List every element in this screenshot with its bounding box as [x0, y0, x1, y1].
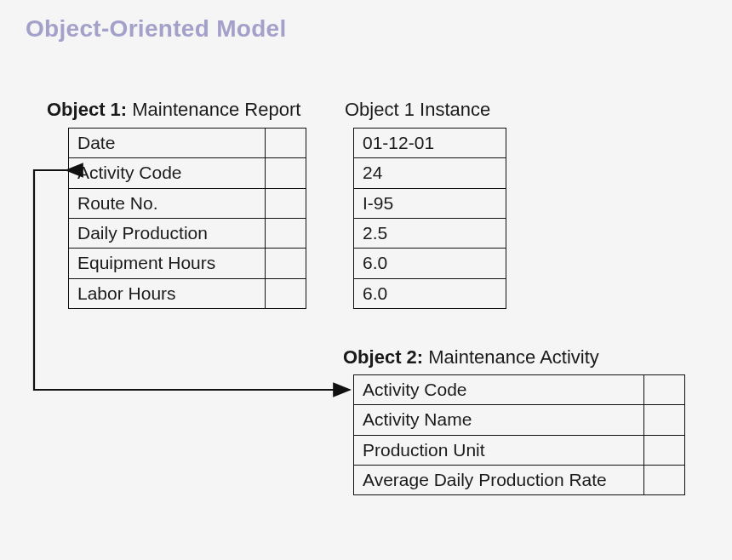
field-value-empty [266, 129, 306, 158]
instance-value: 01-12-01 [354, 129, 506, 158]
object1-label: Object 1: Maintenance Report [47, 99, 300, 121]
table-row: Labor Hours [69, 278, 306, 308]
instance-value: 6.0 [354, 278, 506, 308]
field-value-empty [266, 249, 306, 278]
field-value-empty [644, 375, 685, 405]
field-value-empty [266, 219, 306, 249]
instance-value: 6.0 [354, 249, 506, 278]
field-label: Average Daily Production Rate [354, 466, 644, 495]
instance-label: Object 1 Instance [345, 99, 490, 121]
field-value-empty [266, 188, 306, 218]
field-label: Equipment Hours [69, 249, 266, 278]
table-row: Activity Code [69, 158, 306, 188]
field-value-empty [266, 158, 306, 188]
object1-label-name: Maintenance Report [132, 99, 300, 120]
table-row: 6.0 [354, 278, 506, 308]
field-label: Route No. [69, 188, 266, 218]
instance-value: I-95 [354, 188, 506, 218]
table-row: Date [69, 129, 306, 158]
table-row: Average Daily Production Rate [354, 466, 685, 495]
field-label: Daily Production [69, 219, 266, 249]
table-row: Production Unit [354, 435, 685, 465]
table-row: 6.0 [354, 249, 506, 278]
field-label: Production Unit [354, 435, 644, 465]
diagram-canvas: Object-Oriented Model Object 1: Maintena… [0, 0, 732, 560]
field-label: Date [69, 129, 266, 158]
table-row: I-95 [354, 188, 506, 218]
table-row: Route No. [69, 188, 306, 218]
field-value-empty [266, 278, 306, 308]
table-row: Activity Name [354, 405, 685, 435]
table-row: Daily Production [69, 219, 306, 249]
instance-table: 01-12-01 24 I-95 2.5 6.0 6.0 [353, 128, 506, 309]
object2-label-name: Maintenance Activity [428, 346, 599, 368]
object2-label: Object 2: Maintenance Activity [343, 346, 599, 369]
object1-table: Date Activity Code Route No. Daily Produ… [68, 128, 306, 309]
field-value-empty [644, 435, 685, 465]
field-label: Labor Hours [69, 278, 266, 308]
diagram-title: Object-Oriented Model [26, 15, 287, 43]
table-row: Equipment Hours [69, 249, 306, 278]
field-label: Activity Name [354, 405, 644, 435]
table-row: 01-12-01 [354, 129, 506, 158]
field-value-empty [644, 405, 685, 435]
object2-table: Activity Code Activity Name Production U… [353, 374, 685, 495]
object2-label-prefix: Object 2: [343, 346, 423, 368]
instance-value: 24 [354, 158, 506, 188]
instance-value: 2.5 [354, 219, 506, 249]
field-label: Activity Code [69, 158, 266, 188]
table-row: Activity Code [354, 375, 685, 405]
field-value-empty [644, 466, 685, 495]
field-label: Activity Code [354, 375, 644, 405]
object1-label-prefix: Object 1: [47, 99, 127, 120]
table-row: 24 [354, 158, 506, 188]
table-row: 2.5 [354, 219, 506, 249]
